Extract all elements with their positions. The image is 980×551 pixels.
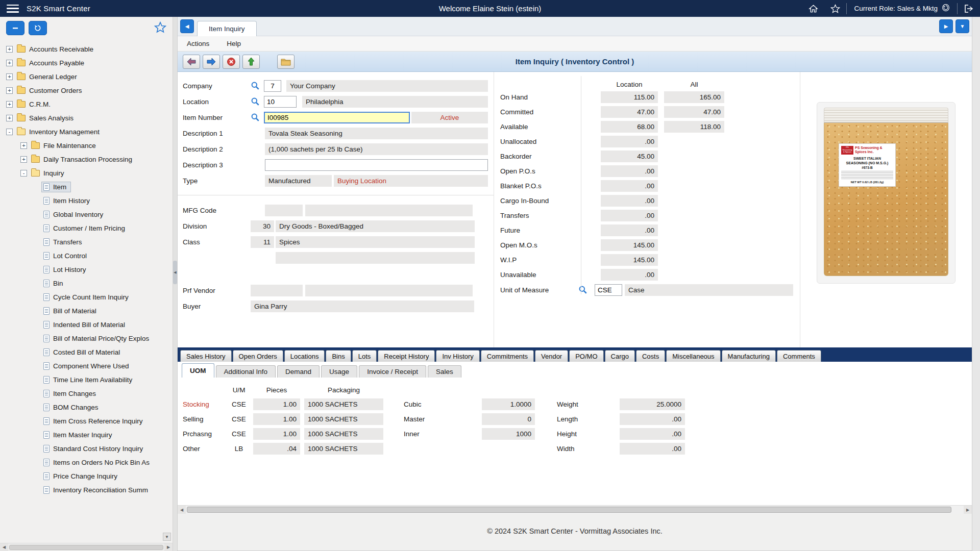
tree-item[interactable]: Bill of Material Price/Qty Explos: [0, 332, 173, 345]
tree-item[interactable]: + General Ledger: [0, 70, 173, 84]
sub-tab[interactable]: Sales: [428, 365, 461, 378]
tree-scroll-down-icon[interactable]: ▼: [163, 533, 171, 541]
tree-item[interactable]: Item History: [0, 194, 173, 208]
tree-item[interactable]: Customer / Item Pricing: [0, 221, 173, 235]
detail-tab[interactable]: Open Orders: [233, 350, 283, 362]
tree-expander-icon[interactable]: [33, 335, 39, 342]
tree-expander-icon[interactable]: [33, 266, 39, 273]
uom-search-icon[interactable]: [578, 285, 587, 294]
description3-input[interactable]: [265, 159, 488, 171]
tree-expander-icon[interactable]: [33, 459, 39, 466]
tree-item[interactable]: Bill of Material: [0, 304, 173, 318]
tree-expander-icon[interactable]: +: [6, 101, 13, 108]
tree-expander-icon[interactable]: [33, 308, 39, 314]
tree-expander-icon[interactable]: +: [20, 142, 27, 149]
detail-tab[interactable]: Receipt History: [378, 350, 435, 362]
detail-tab[interactable]: Costs: [636, 350, 665, 362]
scroll-right-icon[interactable]: ▶: [164, 543, 173, 551]
tree-expander-icon[interactable]: -: [6, 129, 13, 135]
tree-item[interactable]: + C.R.M.: [0, 97, 173, 111]
tree-item[interactable]: Transfers: [0, 235, 173, 249]
detail-tab[interactable]: Commitments: [481, 350, 534, 362]
tree-item[interactable]: Item Master Inquiry: [0, 428, 173, 442]
panel-splitter[interactable]: ◀: [173, 17, 177, 551]
tree-item[interactable]: Lot History: [0, 263, 173, 277]
tree-expander-icon[interactable]: [33, 363, 39, 369]
tree-expander-icon[interactable]: +: [6, 87, 13, 94]
item-number-input[interactable]: [264, 112, 410, 123]
tree-item[interactable]: Costed Bill of Material: [0, 345, 173, 359]
cancel-button[interactable]: [223, 55, 240, 69]
tab-scroll-left-icon[interactable]: ◀: [180, 19, 194, 33]
submit-button[interactable]: [242, 55, 260, 69]
sub-tab[interactable]: Additional Info: [216, 365, 276, 378]
tab-list-dropdown-icon[interactable]: ▼: [955, 19, 969, 33]
scroll-left-icon[interactable]: ◀: [178, 506, 186, 514]
detail-tab[interactable]: Cargo: [605, 350, 635, 362]
tree-expander-icon[interactable]: [33, 294, 39, 300]
splitter-grip[interactable]: ◀: [173, 261, 177, 284]
tree-item[interactable]: Standard Cost History Inquiry: [0, 442, 173, 456]
uom-code-input[interactable]: [595, 284, 622, 296]
sub-tab[interactable]: Demand: [277, 365, 320, 378]
tree-expander-icon[interactable]: [33, 225, 39, 232]
tree-item[interactable]: Indented Bill of Material: [0, 318, 173, 332]
location-search-icon[interactable]: [251, 97, 260, 106]
detail-tab[interactable]: Locations: [284, 350, 325, 362]
tree-item[interactable]: Global Inventory: [0, 208, 173, 221]
menu-help[interactable]: Help: [227, 40, 241, 47]
tree-expander-icon[interactable]: +: [20, 156, 27, 163]
tree-item[interactable]: Price Change Inquiry: [0, 469, 173, 483]
sub-tab[interactable]: Invoice / Receipt: [359, 365, 426, 378]
tree-expander-icon[interactable]: [33, 197, 39, 204]
tree-expander-icon[interactable]: [33, 280, 39, 287]
tree-expander-icon[interactable]: +: [6, 115, 13, 121]
collapse-all-button[interactable]: [6, 21, 24, 35]
tree-expander-icon[interactable]: [33, 211, 39, 218]
tree-expander-icon[interactable]: [33, 184, 39, 190]
tree-expander-icon[interactable]: [33, 239, 39, 245]
sub-tab[interactable]: Usage: [321, 365, 357, 378]
detail-tab[interactable]: Sales History: [180, 350, 232, 362]
logout-icon[interactable]: [958, 0, 980, 17]
tab-item-inquiry[interactable]: Item Inquiry: [197, 21, 257, 36]
tree-item[interactable]: + Daily Transaction Processing: [0, 153, 173, 166]
tree-item[interactable]: + Sales Analysis: [0, 111, 173, 125]
tree-item[interactable]: BOM Changes: [0, 400, 173, 414]
tree-expander-icon[interactable]: -: [20, 170, 27, 177]
tree-item[interactable]: Item Changes: [0, 387, 173, 400]
tree-item[interactable]: + Accounts Receivable: [0, 42, 173, 56]
company-search-icon[interactable]: [251, 81, 260, 90]
sidebar-horizontal-scrollbar[interactable]: ◀ ▶: [0, 543, 173, 551]
tree-expander-icon[interactable]: [33, 404, 39, 411]
tree-expander-icon[interactable]: [33, 418, 39, 424]
tree-item[interactable]: Item: [0, 180, 173, 194]
browse-folder-button[interactable]: [277, 55, 295, 69]
tree-item[interactable]: Component Where Used: [0, 359, 173, 373]
tree-item[interactable]: Items on Orders No Pick Bin As: [0, 456, 173, 469]
favorite-star-icon[interactable]: [824, 0, 846, 17]
tree-item[interactable]: Item Cross Reference Inquiry: [0, 414, 173, 428]
tab-scroll-right-icon[interactable]: ▶: [939, 19, 953, 33]
tree-item[interactable]: Bin: [0, 277, 173, 290]
tree-expander-icon[interactable]: +: [6, 73, 13, 80]
tree-expander-icon[interactable]: [33, 349, 39, 356]
tree-item[interactable]: Time Line Item Availability: [0, 373, 173, 387]
detail-tab[interactable]: PO/MO: [569, 350, 603, 362]
detail-tab[interactable]: Comments: [777, 350, 821, 362]
tree-expander-icon[interactable]: [33, 473, 39, 480]
tree-item[interactable]: Cycle Count Item Inquiry: [0, 290, 173, 304]
item-search-icon[interactable]: [251, 113, 260, 122]
tree-item[interactable]: + Accounts Payable: [0, 56, 173, 70]
tree-expander-icon[interactable]: [33, 390, 39, 397]
tree-expander-icon[interactable]: +: [6, 46, 13, 53]
location-code-input[interactable]: [264, 96, 297, 108]
tree-expander-icon[interactable]: [33, 253, 39, 259]
tree-expander-icon[interactable]: [33, 432, 39, 438]
detail-tab[interactable]: Miscellaneous: [666, 350, 720, 362]
detail-tab[interactable]: Inv History: [436, 350, 479, 362]
tree-item[interactable]: + Customer Orders: [0, 84, 173, 97]
tree-expander-icon[interactable]: [33, 487, 39, 493]
home-icon[interactable]: [802, 0, 824, 17]
detail-tab[interactable]: Bins: [326, 350, 351, 362]
